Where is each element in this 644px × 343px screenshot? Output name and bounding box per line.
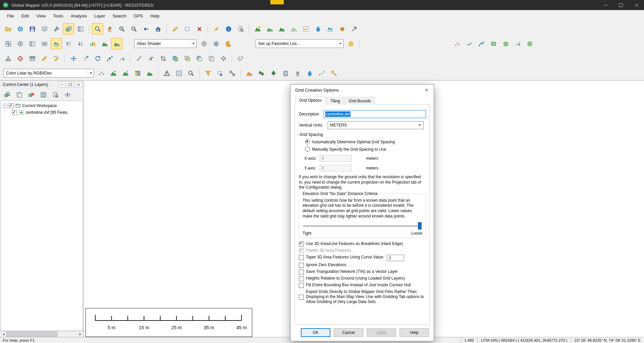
panel-float-button[interactable]: [66, 82, 74, 88]
menu-help[interactable]: Help: [147, 10, 163, 21]
insert-coordinate-vertex-button[interactable]: [512, 38, 523, 49]
shader-options-button[interactable]: [99, 38, 110, 49]
open-3d-viewer-button[interactable]: 3D: [39, 38, 50, 49]
checkbox-row-4[interactable]: Save Triangulation Network (TIN) as a Ve…: [299, 269, 426, 275]
web-map-services-button[interactable]: [198, 38, 210, 49]
checkbox-row-0[interactable]: Use 3D Area/Line Features as Breaklines …: [299, 241, 426, 247]
create-elevation-grid-button[interactable]: [252, 23, 263, 35]
menu-edit[interactable]: Edit: [18, 10, 33, 21]
help-button[interactable]: Help: [399, 328, 429, 337]
layer-checkbox[interactable]: [12, 110, 17, 115]
terrain-paint-button[interactable]: [288, 23, 300, 35]
checkbox-icon[interactable]: [299, 242, 304, 247]
chevron-down-icon[interactable]: [337, 40, 343, 48]
scale-feature-button[interactable]: [80, 53, 91, 64]
feature-info-tool-button[interactable]: i: [223, 23, 234, 35]
favorites-combo[interactable]: Set up Favorites List...: [256, 39, 343, 48]
move-vertex-button[interactable]: [104, 53, 115, 64]
radio-icon[interactable]: [305, 139, 310, 144]
scroll-right-icon[interactable]: [78, 331, 84, 337]
checkbox-icon[interactable]: [299, 255, 304, 260]
insert-vertex-button[interactable]: [116, 53, 127, 64]
checkbox-row-1[interactable]: Flatten 3D Area Features: [299, 248, 426, 253]
extract-terrain-from-lidar-button[interactable]: [144, 67, 155, 79]
lidar-zoom-tool-button[interactable]: [185, 67, 197, 79]
path-profile-tool-button[interactable]: [51, 38, 62, 49]
minimize-button[interactable]: [598, 0, 613, 10]
radio-icon[interactable]: [305, 147, 310, 152]
radio-option-0[interactable]: Automatically Determine Optimal Grid Spa…: [305, 139, 426, 144]
search-vector-data-button[interactable]: [235, 23, 246, 35]
create-range-ring-button[interactable]: [524, 38, 535, 49]
generate-contours-button[interactable]: [276, 23, 287, 35]
tab-grid-options[interactable]: Grid Options: [295, 96, 326, 105]
menu-file[interactable]: File: [3, 10, 18, 21]
combine-terrain-layers-button[interactable]: [264, 23, 275, 35]
menu-analysis[interactable]: Analysis: [67, 10, 91, 21]
script-editor-button[interactable]: [348, 23, 360, 35]
mesh-view-button[interactable]: [14, 38, 26, 49]
nodata-distance-slider[interactable]: [303, 222, 422, 230]
attach-feature-note-button[interactable]: [235, 53, 246, 64]
show-3d-view-button[interactable]: [336, 23, 348, 35]
menu-layer[interactable]: Layer: [91, 10, 109, 21]
chevron-down-icon[interactable]: [88, 69, 94, 77]
day-night-shading-button[interactable]: [222, 38, 234, 49]
checkbox-icon[interactable]: [299, 263, 304, 268]
create-point-feature-button[interactable]: [451, 38, 463, 49]
spatial-operations-button[interactable]: [226, 67, 238, 79]
grid-statistics-button[interactable]: [87, 38, 98, 49]
duplicate-layer-button[interactable]: [14, 89, 24, 100]
move-feature-button[interactable]: [68, 53, 79, 64]
zoom-tool-button[interactable]: [92, 23, 103, 35]
sort-layers-ascending-button[interactable]: [63, 38, 74, 49]
lidar-toolbox-button[interactable]: [328, 67, 339, 79]
rotate-feature-button[interactable]: [92, 53, 103, 64]
menu-view[interactable]: View: [33, 10, 49, 21]
full-view-button[interactable]: [152, 23, 164, 35]
lidar-noise-qc-button[interactable]: [161, 67, 172, 79]
checkbox-row-2[interactable]: Taper 3D Area Features Using Curve Value…: [299, 255, 426, 261]
snap-to-feature-button[interactable]: [218, 53, 229, 64]
atlas-shader-preview-button[interactable]: [111, 38, 122, 49]
description-input[interactable]: centreline.dxf: [324, 110, 426, 118]
create-line-feature-button[interactable]: [476, 38, 487, 49]
checkbox-icon[interactable]: [299, 270, 304, 275]
menu-gps[interactable]: GPS: [130, 10, 147, 21]
save-workspace-button[interactable]: [26, 23, 38, 35]
previous-view-button[interactable]: [140, 23, 152, 35]
checkbox-icon[interactable]: [299, 283, 304, 288]
viewshed-analysis-button[interactable]: [244, 67, 255, 79]
split-line-feature-button[interactable]: [145, 53, 157, 64]
tree-expander-icon[interactable]: [3, 104, 7, 108]
tree-item-0[interactable]: Current Workspace: [1, 102, 83, 109]
combine-area-features-button[interactable]: [169, 53, 181, 64]
dialog-titlebar[interactable]: Grid Creation Options: [290, 85, 434, 95]
close-button[interactable]: [629, 0, 644, 10]
close-layer-button[interactable]: [26, 89, 37, 100]
menu-tools[interactable]: Tools: [49, 10, 67, 21]
water-rise-simulation-button[interactable]: [312, 23, 324, 35]
open-data-file-button[interactable]: [2, 23, 14, 35]
select-lidar-points-button[interactable]: [214, 67, 226, 79]
sort-layers-descending-button[interactable]: [75, 38, 86, 49]
scrollbar-thumb[interactable]: [6, 332, 57, 337]
overlay-control-center-button[interactable]: [75, 23, 86, 35]
split-screen-view-button[interactable]: [2, 38, 14, 49]
apply-button[interactable]: Apply: [367, 328, 396, 337]
checkbox-row-7[interactable]: Export Grids Directly to Global Mapper G…: [299, 289, 426, 304]
copy-features-button[interactable]: [206, 53, 217, 64]
point-spacing-analysis-button[interactable]: [316, 67, 327, 79]
measure-tool-button[interactable]: [211, 23, 222, 35]
cut-selected-features-button[interactable]: [2, 53, 14, 64]
scroll-left-icon[interactable]: [0, 331, 6, 337]
tab-tiling[interactable]: Tiling: [326, 97, 344, 105]
lidar-grid-filter-button[interactable]: [173, 67, 184, 79]
lidar-display-options-button[interactable]: [96, 67, 107, 79]
atlas-shader-combo[interactable]: Atlas Shader: [134, 39, 197, 48]
lidar-color-combo[interactable]: Color Lidar by RGB/Elev: [3, 69, 94, 78]
map-layout-button[interactable]: [39, 23, 50, 35]
attribute-editor-button[interactable]: [26, 53, 38, 64]
vertical-units-select[interactable]: METERS: [328, 121, 424, 129]
layer-metadata-button[interactable]: [50, 89, 61, 100]
